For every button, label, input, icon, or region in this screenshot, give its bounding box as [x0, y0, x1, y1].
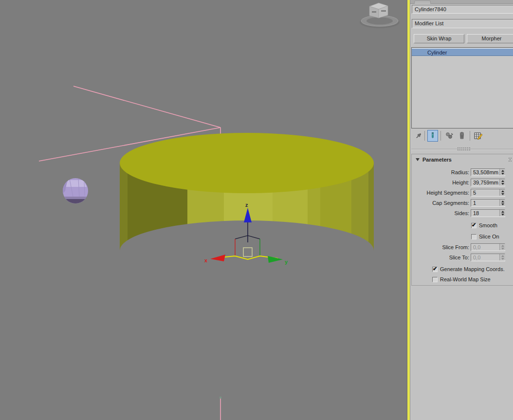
cap-segments-row: Cap Segments: 1 — [412, 199, 513, 207]
make-unique-icon — [445, 132, 454, 140]
radius-row: Radius: 53,508mm — [412, 168, 513, 177]
configure-sets-icon — [474, 132, 483, 140]
remove-modifier-button[interactable] — [457, 130, 467, 142]
height-segments-row: Height Segments: 5 — [412, 189, 513, 197]
toolbar-separator — [440, 131, 441, 141]
cap-segments-label: Cap Segments: — [412, 200, 469, 206]
panel-tab-strip[interactable] — [410, 0, 513, 4]
rollout-grip-icon — [508, 157, 513, 162]
modify-tab[interactable] — [414, 0, 431, 4]
stack-item-cylinder[interactable]: Cylinder — [412, 48, 513, 56]
gizmo-center-square — [243, 248, 252, 256]
slice-to-spinner[interactable] — [499, 254, 505, 260]
toolbar-separator — [470, 131, 470, 141]
gizmo-x-arrow[interactable] — [210, 255, 225, 261]
sides-label: Sides: — [412, 210, 469, 216]
slice-from-label: Slice From: — [412, 244, 469, 250]
perspective-viewport[interactable]: z x y — [0, 0, 407, 420]
stack-toolbar — [410, 129, 513, 144]
pin-icon — [415, 132, 422, 140]
toolbar-separator — [424, 131, 425, 141]
make-unique-button[interactable] — [444, 130, 455, 142]
cylinder-top-cap — [120, 133, 374, 193]
slice-on-label: Slice On — [479, 234, 499, 239]
viewcube[interactable] — [360, 3, 400, 28]
morpher-button[interactable]: Morpher — [467, 34, 513, 43]
height-segments-label: Height Segments: — [412, 190, 469, 196]
slice-to-row: Slice To: 0,0 — [412, 254, 513, 262]
smooth-checkbox-row[interactable]: ✔ Smooth — [471, 222, 497, 229]
parameters-rollout-header[interactable]: Parameters — [412, 155, 513, 164]
viewport-canvas: z x y — [0, 0, 407, 420]
slice-from-row: Slice From: 0,0 — [412, 243, 513, 252]
test-tube-icon — [429, 132, 437, 140]
real-world-map-size-checkbox[interactable] — [432, 277, 438, 282]
slice-to-label: Slice To: — [412, 255, 469, 260]
gizmo-x-label: x — [204, 257, 208, 263]
generate-mapping-coords-label: Generate Mapping Coords. — [440, 266, 505, 272]
slice-on-checkbox[interactable] — [471, 234, 476, 239]
radius-label: Radius: — [412, 169, 469, 175]
rollout-title: Parameters — [422, 157, 452, 163]
real-world-map-size-row[interactable]: Real-World Map Size — [432, 276, 491, 283]
height-segments-spinner[interactable] — [499, 189, 505, 196]
check-icon: ✔ — [433, 266, 437, 272]
slice-from-spinner[interactable] — [499, 244, 505, 250]
modifier-stack-list[interactable]: Cylinder — [411, 47, 513, 128]
height-row: Height: 39,759mm — [412, 179, 513, 187]
radius-spinner[interactable] — [499, 169, 505, 175]
sides-row: Sides: 18 — [412, 209, 513, 218]
generate-mapping-coords-checkbox[interactable]: ✔ — [432, 267, 438, 272]
trash-icon — [458, 132, 466, 140]
parameters-rollout: Parameters Radius: 53,508mm Height: 39,7… — [411, 154, 513, 286]
modifier-list-dropdown[interactable]: Modifier List — [412, 19, 513, 28]
gizmo-z-label: z — [245, 202, 248, 208]
gizmo-y-label: y — [285, 259, 288, 265]
panel-resize-handle[interactable] — [458, 147, 470, 150]
height-spinner[interactable] — [499, 179, 505, 185]
slice-on-checkbox-row[interactable]: Slice On — [471, 233, 499, 240]
object-name-field[interactable] — [412, 5, 513, 14]
check-icon: ✔ — [472, 222, 476, 228]
smooth-label: Smooth — [479, 222, 497, 228]
application-window: z x y Modifier — [0, 0, 513, 420]
sides-spinner[interactable] — [499, 210, 505, 216]
spline-vertex-tick — [220, 397, 221, 399]
skin-wrap-button[interactable]: Skin Wrap — [414, 34, 464, 43]
show-end-result-button[interactable] — [427, 130, 438, 142]
configure-modifier-sets-button[interactable] — [473, 130, 484, 142]
cylinder-object[interactable] — [120, 133, 374, 251]
cap-segments-spinner[interactable] — [499, 200, 505, 206]
command-panel: Modifier List Skin Wrap Morpher Cylinder — [410, 0, 513, 420]
generate-mapping-coords-row[interactable]: ✔ Generate Mapping Coords. — [432, 266, 505, 273]
sphere-object[interactable] — [61, 178, 90, 207]
height-label: Height: — [412, 180, 469, 185]
pin-stack-button[interactable] — [413, 130, 424, 142]
gizmo-y-arrow[interactable] — [268, 256, 283, 263]
rollout-open-arrow-icon — [416, 158, 420, 161]
real-world-map-size-label: Real-World Map Size — [440, 276, 491, 282]
smooth-checkbox[interactable]: ✔ — [471, 223, 476, 228]
